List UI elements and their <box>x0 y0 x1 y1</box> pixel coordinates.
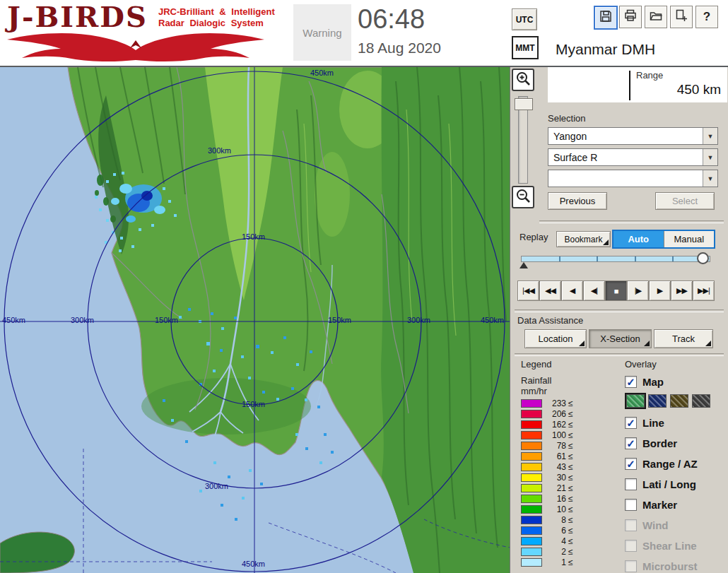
map-style-olive-swatch[interactable] <box>670 394 688 408</box>
save-button[interactable] <box>594 6 618 30</box>
line-checkbox[interactable]: ✓ <box>625 417 637 429</box>
print-button[interactable] <box>619 6 642 28</box>
replay-slider-thumb[interactable] <box>697 252 709 264</box>
lati-long-checkbox[interactable] <box>625 478 637 490</box>
open-file-button[interactable] <box>645 6 667 28</box>
logo-subtitle-line2: Radar Dialogic System <box>158 18 275 29</box>
mmt-button[interactable]: MMT <box>512 36 539 59</box>
fast-rewind-button[interactable]: ◀◀ <box>539 280 561 301</box>
border-checkbox[interactable]: ✓ <box>625 437 637 449</box>
marker-checkbox[interactable] <box>625 499 637 511</box>
legend-row: 2≤ <box>521 546 588 557</box>
legend-color-swatch <box>521 452 542 461</box>
stop-button[interactable]: ■ <box>605 280 627 301</box>
overlay-item-marker: Marker <box>625 497 677 512</box>
legend-color-swatch <box>521 516 542 524</box>
legend-color-swatch <box>521 473 542 482</box>
legend-color-swatch <box>521 537 542 545</box>
overlay-item-microburst: Microburst <box>625 559 698 573</box>
utc-button[interactable]: UTC <box>512 8 537 30</box>
range-ring-label: 150km <box>242 400 265 408</box>
help-button[interactable]: ? <box>695 6 718 28</box>
chevron-down-icon[interactable]: ▼ <box>703 128 717 144</box>
logo-subtitle-line1: JRC-Brilliant & Intelligent <box>158 6 275 18</box>
legend-le-symbol: ≤ <box>568 398 573 408</box>
separator <box>539 220 724 223</box>
x-section-button[interactable]: X-Section <box>589 329 652 348</box>
step-forward-button[interactable]: |▶ <box>627 280 649 301</box>
zoom-out-button[interactable] <box>512 186 534 208</box>
zoom-in-button[interactable] <box>512 69 534 91</box>
overlay-item-label: Marker <box>642 499 677 511</box>
select-button[interactable]: Select <box>655 192 715 210</box>
overlay-item-label: Lati / Long <box>642 478 696 490</box>
export-button[interactable] <box>670 6 693 28</box>
timeline-tick <box>672 256 674 261</box>
eagle-logo-icon <box>4 31 273 66</box>
legend-color-swatch <box>521 495 542 503</box>
auto-mode-button[interactable]: Auto <box>613 231 664 247</box>
extra-dropdown[interactable]: ▼ <box>548 170 718 187</box>
skip-to-start-button[interactable]: |◀◀ <box>517 280 539 301</box>
legend-color-swatch <box>521 420 542 429</box>
range-divider <box>629 71 630 100</box>
range-ring-label: 450km <box>481 316 504 324</box>
range-az-checkbox[interactable]: ✓ <box>625 458 637 470</box>
chevron-down-icon[interactable]: ▼ <box>703 170 717 187</box>
legend-le-symbol: ≤ <box>568 483 573 493</box>
legend-le-symbol: ≤ <box>568 494 573 504</box>
track-button[interactable]: Track <box>654 329 713 348</box>
overlay-item-label: Map <box>642 376 664 388</box>
legend-le-symbol: ≤ <box>568 409 573 419</box>
play-backward-button[interactable]: ◀ <box>561 280 583 301</box>
manual-mode-button[interactable]: Manual <box>664 231 715 247</box>
legend-row: 6≤ <box>521 525 588 536</box>
legend-value: 100 <box>542 430 566 440</box>
previous-button[interactable]: Previous <box>548 192 607 210</box>
step-back-button[interactable]: ◀| <box>583 280 605 301</box>
fast-forward-button[interactable]: ▶▶ <box>671 280 693 301</box>
replay-mode-toggle: Auto Manual <box>612 230 715 249</box>
overlay-label: Overlay <box>625 359 657 370</box>
chevron-down-icon[interactable]: ▼ <box>703 149 717 165</box>
legend-le-symbol: ≤ <box>568 430 573 440</box>
range-ring-label: 300km <box>205 482 228 490</box>
site-dropdown[interactable]: Yangon ▼ <box>548 127 718 145</box>
replay-timeline-slider[interactable] <box>521 256 710 262</box>
legend-le-symbol: ≤ <box>568 451 573 461</box>
legend-row: 10≤ <box>521 504 588 514</box>
legend-color-swatch <box>521 558 542 567</box>
map-style-green-swatch[interactable] <box>626 394 645 408</box>
play-button[interactable]: ▶ <box>649 280 671 301</box>
overlay-item-border: ✓ Border <box>625 436 677 450</box>
legend-title-line1: Rainfall <box>521 375 551 386</box>
map-style-gray-swatch[interactable] <box>692 394 710 408</box>
legend-color-swatch <box>521 442 542 450</box>
timeline-tick <box>559 256 560 261</box>
location-button[interactable]: Location <box>524 329 587 348</box>
zoom-out-icon <box>515 187 532 207</box>
menu-corner-icon <box>705 341 711 346</box>
x-section-button-label: X-Section <box>600 333 640 344</box>
bookmark-button[interactable]: Bookmark <box>556 231 611 247</box>
range-ring-label: 300km <box>71 316 94 324</box>
range-label: Range <box>636 70 663 81</box>
legend-row: 61≤ <box>521 451 588 461</box>
timeline-tick <box>597 256 598 261</box>
legend-value: 43 <box>542 462 566 472</box>
separator <box>515 309 724 312</box>
check-icon: ✓ <box>626 377 635 386</box>
map-checkbox[interactable]: ✓ <box>625 376 637 388</box>
zoom-slider-thumb[interactable] <box>515 98 533 110</box>
legend-row: 233≤ <box>521 398 588 408</box>
legend-le-symbol: ≤ <box>568 473 573 483</box>
folder-icon <box>649 8 663 25</box>
legend-value: 2 <box>542 547 566 557</box>
selection-label: Selection <box>548 113 585 124</box>
legend-value: 6 <box>542 526 566 536</box>
product-dropdown[interactable]: Surface R ▼ <box>548 148 718 166</box>
skip-to-end-button[interactable]: ▶▶| <box>693 280 715 301</box>
overlay-item-label: Line <box>642 417 664 429</box>
radar-map-display[interactable]: 450km 300km 150km 450km 300km 150km 150k… <box>0 67 510 573</box>
map-style-navy-swatch[interactable] <box>648 394 667 408</box>
